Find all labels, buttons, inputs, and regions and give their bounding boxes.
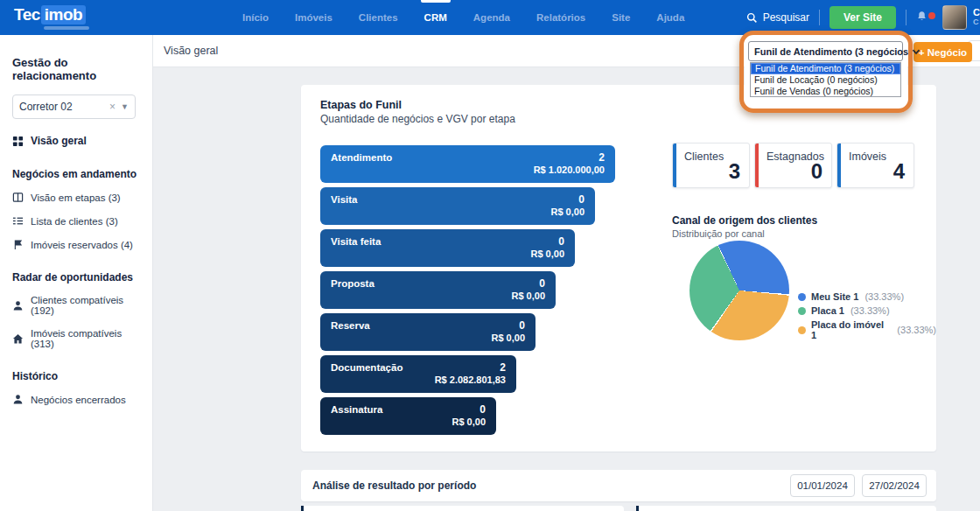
- end-date-input[interactable]: [862, 474, 927, 497]
- sidebar-item-label: Negócios encerrados: [31, 395, 126, 405]
- funnel-bar-visita[interactable]: Visita 0 R$ 0,00: [320, 187, 595, 225]
- tecimob-logo[interactable]: Tec imob: [14, 5, 89, 30]
- bell-icon: [916, 10, 928, 22]
- legend-item-meu-site[interactable]: Meu Site 1 (33.33%): [798, 291, 936, 302]
- divider: [819, 10, 820, 25]
- stat-card-clientes[interactable]: Clientes 3: [672, 143, 750, 188]
- funnel-select-listbox: Funil de Atendimento (3 negócios) Funil …: [750, 62, 901, 97]
- user-name-partial: C: [973, 8, 980, 18]
- sidebar-item-lista-de-clientes[interactable]: Lista de clientes (3): [12, 215, 142, 227]
- sidebar-item-label: Clientes compatíveis (192): [31, 295, 142, 316]
- option-funil-locacao[interactable]: Funil de Locação (0 negócios): [751, 74, 900, 86]
- sidebar-item-visao-em-etapas[interactable]: Visão em etapas (3): [12, 192, 142, 203]
- person-icon: [12, 394, 24, 405]
- option-funil-atendimento[interactable]: Funil de Atendimento (3 negócios): [751, 63, 900, 74]
- funnel-select[interactable]: Funil de Atendimento (3 negócios): [748, 41, 903, 61]
- legend-dot: [798, 326, 806, 334]
- pie-subtitle: Distribuição por canal: [672, 228, 765, 239]
- sidebar-item-imoveis-compativeis[interactable]: Imóveis compatíveis (313): [12, 328, 142, 349]
- pie-legend: Meu Site 1 (33.33%) Placa 1 (33.33%) Pla…: [798, 291, 936, 344]
- logo-text-tec: Tec: [14, 5, 40, 24]
- nav-item-relatorios[interactable]: Relatórios: [536, 0, 585, 35]
- sidebar-section-negocios: Negócios em andamento: [12, 168, 142, 180]
- house-icon: [12, 333, 24, 345]
- person-icon: [12, 300, 24, 312]
- logo-tagline: [44, 26, 89, 30]
- broker-filter-select[interactable]: Corretor 02 × ▼: [12, 94, 136, 119]
- funnel-select-value: Funil de Atendimento (3 negócios): [754, 46, 912, 57]
- chevron-down-icon[interactable]: ▼: [121, 102, 129, 111]
- user-role-partial: C: [973, 18, 980, 27]
- funnel-bar-proposta[interactable]: Proposta 0 R$ 0,00: [320, 271, 556, 309]
- legend-dot: [798, 307, 806, 315]
- sidebar-item-label: Imóveis reservados (4): [31, 240, 133, 250]
- sidebar-item-label: Lista de clientes (3): [31, 216, 118, 227]
- divider: [906, 10, 906, 25]
- sidebar-section-radar: Radar de oportunidades: [12, 271, 142, 284]
- flag-icon: [12, 239, 24, 250]
- notification-dot: [928, 12, 935, 19]
- main-content: Etapas do Funil Quantidade de negócios e…: [153, 67, 980, 511]
- funnel-bar-visita-feita[interactable]: Visita feita 0 R$ 0,00: [320, 229, 575, 267]
- nav-item-site[interactable]: Site: [612, 0, 630, 35]
- list-icon: [12, 215, 24, 227]
- legend-item-placa[interactable]: Placa 1 (33.33%): [798, 305, 936, 316]
- origin-pie-chart[interactable]: [690, 241, 789, 340]
- user-info[interactable]: C C: [973, 8, 980, 27]
- funnel-bars: Atendimento 2 R$ 1.020.000,00 Visita 0 R…: [320, 145, 615, 439]
- nav-item-agenda[interactable]: Agenda: [473, 0, 510, 35]
- period-analysis-card: Análise de resultado por período: [301, 470, 936, 501]
- funnel-bar-assinatura[interactable]: Assinatura 0 R$ 0,00: [320, 397, 496, 435]
- ver-site-button[interactable]: Ver Site: [830, 6, 896, 29]
- main-menu: Início Imóveis Clientes CRM Agenda Relat…: [242, 0, 684, 35]
- sidebar-item-imoveis-reservados[interactable]: Imóveis reservados (4): [12, 239, 142, 250]
- stat-accent: [755, 144, 759, 187]
- sidebar-item-label: Visão geral: [31, 135, 87, 147]
- search-icon: [746, 12, 758, 24]
- sidebar-item-visao-geral[interactable]: Visão geral: [12, 135, 142, 147]
- kanban-icon: [12, 192, 24, 203]
- nav-item-ajuda[interactable]: Ajuda: [656, 0, 684, 35]
- pie-title: Canal de origem dos clientes: [672, 214, 817, 227]
- legend-item-placa-do-imovel[interactable]: Placa do imóvel 1 (33.33%): [798, 319, 936, 340]
- period-title: Análise de resultado por período: [312, 480, 476, 492]
- sidebar-item-clientes-compativeis[interactable]: Clientes compatíveis (192): [12, 295, 142, 316]
- search-button[interactable]: Pesquisar: [746, 11, 809, 24]
- broker-filter-value: Corretor 02: [19, 101, 109, 113]
- sidebar-title: Gestão do relacionamento: [12, 56, 142, 82]
- logo-text-imob: imob: [41, 5, 86, 24]
- bottom-card-partial-right: [636, 506, 936, 511]
- nav-item-inicio[interactable]: Início: [242, 0, 269, 35]
- nav-item-clientes[interactable]: Clientes: [359, 0, 398, 35]
- stat-card-imoveis[interactable]: Imóveis 4: [836, 143, 914, 188]
- sidebar-item-label: Visão em etapas (3): [31, 192, 121, 203]
- funnel-title: Etapas do Funil: [320, 99, 402, 111]
- avatar[interactable]: [942, 5, 967, 30]
- funnel-bar-documentacao[interactable]: Documentação 2 R$ 2.082.801,83: [320, 355, 516, 393]
- nav-item-crm[interactable]: CRM: [424, 0, 447, 35]
- sidebar-section-historico: Histórico: [12, 370, 142, 382]
- stat-card-estagnados[interactable]: Estagnados 0: [754, 143, 832, 188]
- stat-accent: [837, 144, 841, 187]
- stat-accent: [673, 144, 676, 187]
- funnel-bar-reserva[interactable]: Reserva 0 R$ 0,00: [320, 313, 536, 351]
- sidebar-item-label: Imóveis compatíveis (313): [31, 328, 142, 349]
- dashboard-grid-icon: [12, 136, 24, 147]
- search-label: Pesquisar: [763, 11, 809, 24]
- notifications-button[interactable]: [916, 10, 932, 25]
- clear-icon[interactable]: ×: [109, 101, 116, 113]
- page-title: Visão geral: [164, 45, 218, 57]
- sidebar-item-negocios-encerrados[interactable]: Negócios encerrados: [12, 394, 142, 405]
- option-funil-vendas[interactable]: Funil de Vendas (0 negócios): [751, 86, 900, 97]
- legend-dot: [798, 293, 806, 301]
- funnel-bar-atendimento[interactable]: Atendimento 2 R$ 1.020.000,00: [320, 145, 615, 183]
- chevron-down-icon: [912, 47, 923, 56]
- bottom-card-partial-left: [301, 506, 624, 511]
- top-navbar: Tec imob Início Imóveis Clientes CRM Age…: [0, 0, 980, 35]
- funnel-subtitle: Quantidade de negócios e VGV por etapa: [320, 113, 515, 125]
- nav-item-imoveis[interactable]: Imóveis: [295, 0, 332, 35]
- funnel-card: Etapas do Funil Quantidade de negócios e…: [301, 85, 936, 452]
- stat-cards: Clientes 3 Estagnados 0 Imóveis 4: [672, 143, 914, 188]
- sidebar: Gestão do relacionamento Corretor 02 × ▼…: [0, 35, 153, 511]
- start-date-input[interactable]: [790, 474, 855, 497]
